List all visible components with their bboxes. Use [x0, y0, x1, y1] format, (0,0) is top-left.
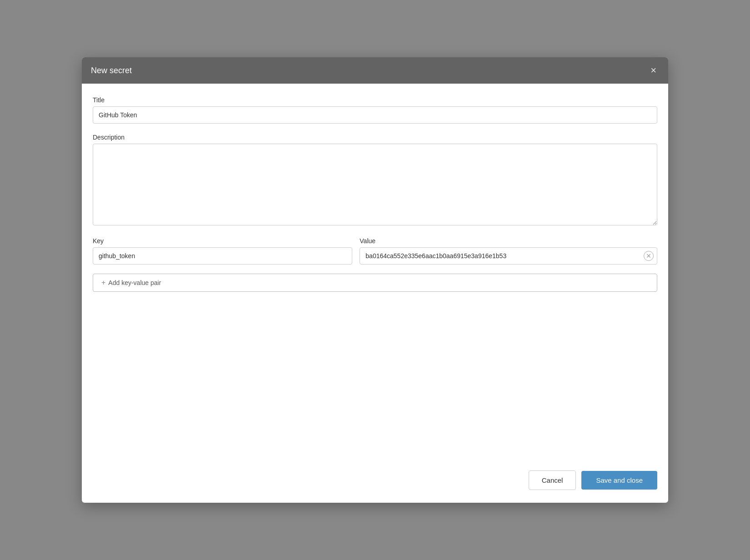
value-input[interactable]: [360, 247, 657, 265]
dialog-title: New secret: [91, 66, 132, 75]
title-label: Title: [93, 96, 657, 104]
description-label: Description: [93, 134, 657, 141]
save-and-close-button[interactable]: Save and close: [581, 471, 657, 490]
title-field-group: Title: [93, 96, 657, 124]
description-textarea[interactable]: [93, 144, 657, 225]
key-value-row: Key Value ×: [93, 237, 657, 265]
clear-value-button[interactable]: ×: [644, 251, 654, 261]
new-secret-dialog: New secret × Title Description Key Value: [82, 57, 668, 503]
dialog-body: Title Description Key Value ×: [82, 84, 668, 460]
add-key-value-pair-button[interactable]: + Add key-value pair: [93, 274, 657, 292]
value-label: Value: [360, 237, 657, 245]
key-input[interactable]: [93, 247, 352, 265]
value-input-wrapper: ×: [360, 247, 657, 265]
value-group: Value ×: [360, 237, 657, 265]
title-input[interactable]: [93, 106, 657, 124]
add-pair-label: Add key-value pair: [108, 279, 161, 286]
dialog-footer: Cancel Save and close: [82, 460, 668, 503]
description-field-group: Description: [93, 134, 657, 227]
close-button[interactable]: ×: [648, 65, 659, 76]
key-group: Key: [93, 237, 352, 265]
cancel-button[interactable]: Cancel: [529, 470, 576, 490]
plus-icon: +: [101, 279, 105, 287]
key-label: Key: [93, 237, 352, 245]
dialog-header: New secret ×: [82, 57, 668, 84]
